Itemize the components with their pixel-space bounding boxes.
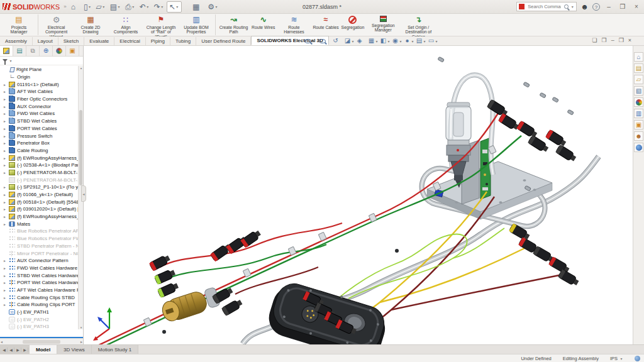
tree-expand-arrow[interactable] xyxy=(4,302,8,307)
view-tool-button[interactable]: ◉ xyxy=(392,37,402,45)
task-pane-button[interactable]: ⌂ xyxy=(634,52,643,62)
tree-horizontal-scrollbar[interactable]: ◂ ▸ xyxy=(0,338,83,344)
command-tab[interactable]: Assembly xyxy=(0,37,33,45)
ribbon-button[interactable]: Segregation xyxy=(340,14,366,35)
view-tool-button[interactable]: ◪ xyxy=(344,37,355,45)
ribbon-button[interactable]: Route Cables xyxy=(311,14,340,35)
connection-status-icon[interactable] xyxy=(635,356,640,361)
maximize-button[interactable]: ❒ xyxy=(618,3,628,10)
quick-access-button[interactable]: ▯ xyxy=(82,1,94,13)
tree-item[interactable]: Right Plane xyxy=(0,66,83,74)
close-button[interactable]: × xyxy=(631,3,641,10)
menu-flyout-arrow[interactable]: » xyxy=(64,4,66,9)
filter-caret-icon[interactable] xyxy=(9,58,13,63)
command-tab[interactable]: User Defined Route xyxy=(196,37,251,45)
scroll-up-icon[interactable]: ▴ xyxy=(79,66,84,70)
view-tool-button[interactable]: ↺ xyxy=(332,37,343,45)
feature-manager-tab[interactable] xyxy=(53,46,66,56)
feature-manager-tab[interactable]: ▣ xyxy=(66,46,79,56)
tree-item[interactable]: STBD Penetrator Pattern - NO WET xyxy=(0,243,83,250)
feature-manager-tab[interactable] xyxy=(0,46,13,56)
quick-access-button[interactable]: ▱ xyxy=(94,1,108,13)
tree-expand-arrow[interactable] xyxy=(4,185,8,189)
tree-expand-arrow[interactable] xyxy=(4,89,8,94)
view-tool-button[interactable]: ◈ xyxy=(356,37,367,45)
document-tab[interactable]: 3D Views xyxy=(57,345,92,354)
tree-item[interactable]: Penetrator Box xyxy=(0,140,83,147)
tree-item[interactable]: (f) 039012020<1> (Default) [5781] xyxy=(0,206,83,213)
tab-scroll-last-icon[interactable]: ▶ xyxy=(22,348,28,352)
search-caret-icon[interactable] xyxy=(570,4,574,9)
tree-item[interactable]: Cable Routing Clips PORT xyxy=(0,301,83,309)
tree-expand-arrow[interactable] xyxy=(4,134,8,138)
tree-expand-arrow[interactable] xyxy=(4,222,8,226)
scroll-thumb[interactable] xyxy=(79,110,82,185)
task-pane-button[interactable]: ▥ xyxy=(634,109,643,118)
tree-expand-arrow[interactable] xyxy=(4,82,8,87)
task-pane-button[interactable]: ☻ xyxy=(634,131,643,141)
tree-expand-arrow[interactable] xyxy=(4,141,8,145)
command-tab[interactable]: Sketch xyxy=(58,37,84,45)
tree-expand-arrow[interactable] xyxy=(4,126,8,131)
tree-expand-arrow[interactable] xyxy=(4,214,8,219)
help-icon[interactable]: ? xyxy=(592,3,600,11)
ribbon-button[interactable]: Create 2D Drawing xyxy=(73,14,108,35)
tree-expand-arrow[interactable] xyxy=(4,192,8,197)
doc-close-button[interactable]: × xyxy=(628,37,631,43)
tree-item[interactable]: AUX Connector Pattern xyxy=(0,257,83,265)
tree-item[interactable]: (f) 01066_yk<1> (Default) xyxy=(0,191,83,199)
document-tab[interactable]: Motion Study 1 xyxy=(92,345,138,354)
search-icon[interactable] xyxy=(564,4,569,9)
tree-item[interactable]: AUX Connector xyxy=(0,102,83,110)
tree-expand-arrow[interactable] xyxy=(4,156,8,160)
ribbon-button[interactable]: Update BOM Properties xyxy=(179,14,214,35)
quick-access-button[interactable]: ▤ xyxy=(108,1,123,13)
quick-access-button[interactable]: ⌂ xyxy=(69,1,81,13)
tree-item[interactable]: (-) 02538-A<1> (Biodapt Part.prtdo xyxy=(0,162,83,169)
tree-item[interactable]: FWD Wet Cables xyxy=(0,110,83,118)
tree-expand-arrow[interactable] xyxy=(4,97,8,101)
tree-item[interactable]: Pressure Switch xyxy=(0,132,83,140)
command-tab[interactable]: Electrical xyxy=(114,37,145,45)
tree-item[interactable]: AFT Wet Cables Hardware Pattern xyxy=(0,287,83,294)
scroll-down-icon[interactable]: ▾ xyxy=(79,326,84,329)
tree-item[interactable]: (f) 00518<1> (Default) [5548] xyxy=(0,198,83,206)
tree-expand-arrow[interactable] xyxy=(4,104,8,109)
feature-manager-tab[interactable]: ⧉ xyxy=(26,46,40,56)
ribbon-button[interactable]: Change Length of "Rail" or "Duct" xyxy=(143,14,179,35)
tree-item[interactable]: Cable Routing Clips STBD xyxy=(0,293,83,301)
view-tool-button[interactable]: ▤ xyxy=(416,37,426,45)
quick-access-button[interactable]: ⎙ xyxy=(123,1,137,13)
scroll-right-icon[interactable]: ▸ xyxy=(80,339,82,344)
tree-expand-arrow[interactable] xyxy=(4,200,8,204)
feature-manager-tab[interactable]: ▤ xyxy=(13,46,26,56)
tree-item[interactable]: (-) SP2912_P1-10<1> (По умолчан xyxy=(0,184,83,191)
feature-manager-tab[interactable]: ⊕ xyxy=(40,46,53,56)
task-pane-button[interactable]: ▣ xyxy=(634,120,643,129)
ribbon-button[interactable]: Projects Manager xyxy=(1,14,36,35)
tree-expand-arrow[interactable] xyxy=(4,295,8,300)
tree-item[interactable]: (-) PENETRATOR-M-BOLT-10-25-A xyxy=(0,176,83,184)
view-tool-button[interactable] xyxy=(303,39,316,43)
tree-item[interactable]: Origin xyxy=(0,74,83,81)
tree-item[interactable]: (-) EW_PATH3 xyxy=(0,323,83,331)
login-icon[interactable]: ☻ xyxy=(580,3,589,11)
tree-expand-arrow[interactable] xyxy=(4,170,8,175)
task-pane-button[interactable] xyxy=(634,97,643,107)
filter-icon[interactable] xyxy=(3,59,8,62)
task-pane-button[interactable]: ▱ xyxy=(634,75,643,84)
tree-expand-arrow[interactable] xyxy=(4,148,8,153)
ribbon-button[interactable]: Set Origin / Destination of Cables xyxy=(401,14,436,35)
doc-tile-icon[interactable]: ❐ xyxy=(602,37,607,43)
quick-access-button[interactable]: ↷ xyxy=(152,1,166,13)
tree-item[interactable]: FWD Wet Cables Hardware Pattern xyxy=(0,265,83,272)
task-pane-button[interactable]: ▧ xyxy=(634,86,643,96)
tree-item[interactable]: (f) EWRoutingAssyHarness_H2_357 xyxy=(0,154,83,162)
tree-item[interactable]: Fiber Optic Connectors xyxy=(0,96,83,103)
tree-expand-arrow[interactable] xyxy=(4,119,8,123)
view-tool-button[interactable]: ▦ xyxy=(368,37,379,45)
scroll-left-icon[interactable]: ◂ xyxy=(1,339,3,344)
tree-item[interactable]: Cable Routing xyxy=(0,147,83,155)
tree-item[interactable]: PORT Wet Cables xyxy=(0,125,83,133)
tree-item[interactable]: Blue Robotics Penetrator FWD - NO xyxy=(0,235,83,243)
